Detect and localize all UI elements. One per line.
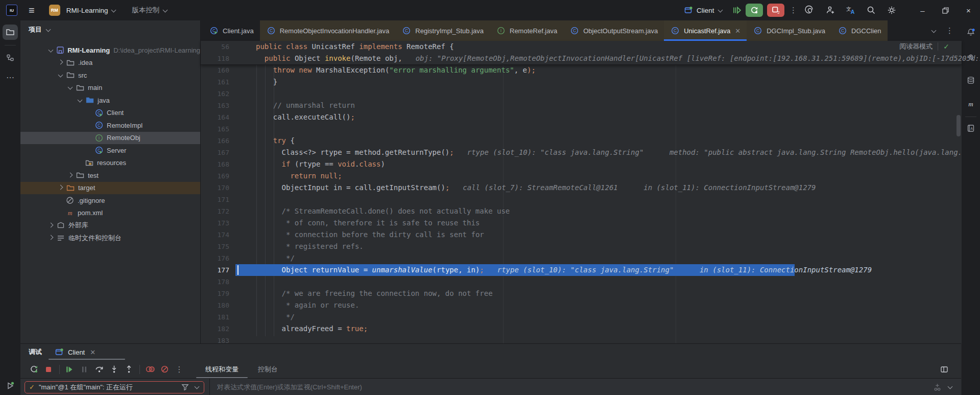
tree-item-main[interactable]: main [20, 82, 200, 95]
vcs-widget[interactable]: 版本控制 [128, 4, 172, 17]
close-button[interactable]: × [957, 0, 980, 20]
code-line-168[interactable]: 168 if (rtype == void.class) [201, 158, 962, 170]
thread-selector[interactable]: ✓ "main"@1 在组"main": 正在运行 [25, 381, 204, 393]
run-config-selector[interactable]: Client [679, 3, 727, 17]
more-actions-icon[interactable]: ⋮ [788, 5, 799, 15]
chevron-right-icon[interactable] [49, 235, 54, 240]
tree-item-server[interactable]: CServer [20, 144, 200, 157]
code-area[interactable]: 160 throw new MarshalException("error ma… [201, 64, 962, 343]
code-line-173[interactable]: 173 * of conn, therefore it is safe to r… [201, 217, 962, 229]
code-line-118[interactable]: 118 public Object invoke(Remote obj,obj:… [201, 53, 962, 64]
tree-item-java[interactable]: java [20, 94, 200, 107]
rerun-debug-icon[interactable] [29, 364, 39, 375]
editor-tab-remoterefjava[interactable]: IRemoteRef.java [490, 20, 563, 41]
code-line-180[interactable]: 180 * again or reuse. [201, 299, 962, 311]
chevron-right-icon[interactable] [58, 60, 63, 65]
chevron-right-icon[interactable] [49, 222, 54, 227]
close-session-icon[interactable]: ✕ [90, 348, 95, 356]
code-line-164[interactable]: 164 call.executeCall(); [201, 111, 962, 123]
tree-item-remoteimpl[interactable]: CRemoteImpl [20, 119, 200, 132]
code-line-56[interactable]: 56public class UnicastRef implements Rem… [201, 41, 962, 53]
pause-icon[interactable] [79, 364, 89, 375]
code-line-182[interactable]: 182 alreadyFreed = true; [201, 323, 962, 335]
code-line-177[interactable]: 177 Object returnValue = unmarshalValue(… [201, 264, 962, 276]
tree-item-remoteobj[interactable]: IRemoteObj [20, 132, 200, 145]
step-over-icon[interactable] [94, 364, 104, 375]
chevron-down-icon[interactable] [195, 384, 200, 389]
tree-item-src[interactable]: src [20, 69, 200, 82]
tree-item-test[interactable]: test [20, 169, 200, 182]
code-with-me-icon[interactable] [825, 5, 835, 15]
debug-tool-button[interactable] [3, 378, 18, 393]
maven-button[interactable]: m [963, 96, 978, 111]
tree-item-[interactable]: 外部库 [20, 219, 200, 232]
database-button[interactable] [963, 73, 978, 88]
documentation-button[interactable]: A [963, 121, 978, 136]
maximize-button[interactable] [934, 0, 957, 20]
step-into-icon[interactable] [109, 364, 119, 375]
main-menu-icon[interactable]: ≡ [29, 5, 35, 15]
tree-item-client[interactable]: CClient [20, 107, 200, 120]
more-tool-windows-button[interactable]: ⋯ [3, 69, 18, 85]
chevron-down-icon[interactable] [48, 47, 53, 52]
step-out-icon[interactable] [124, 364, 134, 375]
add-watch-icon[interactable] [932, 382, 942, 392]
code-line-171[interactable]: 171 [201, 194, 962, 205]
chevron-down-icon[interactable] [68, 85, 73, 90]
settings-icon[interactable] [887, 5, 897, 15]
editor-tab-objectoutputstreamjava[interactable]: CObjectOutputStream.java [563, 20, 664, 41]
tree-item-[interactable]: 临时文件和控制台 [20, 232, 200, 245]
code-line-179[interactable]: 179 /* we are freeing the connection now… [201, 288, 962, 299]
evaluate-expression-field[interactable]: 对表达式求值(Enter)或添加监视(Ctrl+Shift+Enter) [210, 379, 961, 395]
layout-settings-icon[interactable] [939, 364, 949, 375]
resume-icon[interactable] [64, 364, 75, 375]
code-line-174[interactable]: 174 * connection before the dirty call i… [201, 229, 962, 241]
editor-tab-dgcclien[interactable]: CDGCClien [831, 20, 888, 41]
code-line-160[interactable]: 160 throw new MarshalException("error ma… [201, 64, 962, 76]
hidden-tabs-chevron-icon[interactable] [931, 28, 937, 33]
editor-tab-unicastrefjava[interactable]: CUnicastRef.java✕ [664, 20, 747, 41]
ai-spiral-icon[interactable] [805, 5, 815, 15]
minimize-button[interactable]: – [911, 0, 934, 20]
reader-mode-link[interactable]: 阅读器模式 [899, 42, 933, 51]
tab-options-icon[interactable]: ⋮ [946, 26, 953, 35]
editor-tab-dgcimplstubjava[interactable]: CDGCImpl_Stub.java [747, 20, 831, 41]
chevron-right-icon[interactable] [58, 185, 63, 190]
resume-button[interactable] [731, 5, 742, 15]
debug-session-tab[interactable]: Client ✕ [54, 347, 95, 357]
stop-icon[interactable] [43, 364, 54, 375]
code-line-165[interactable]: 165 [201, 123, 962, 135]
project-selector[interactable]: RMI-Learning [62, 5, 121, 16]
tree-item-target[interactable]: target [20, 182, 200, 195]
code-line-175[interactable]: 175 * registered refs. [201, 241, 962, 252]
code-line-162[interactable]: 162 [201, 88, 962, 100]
filter-icon[interactable] [180, 382, 190, 392]
rerun-button[interactable] [746, 4, 763, 17]
code-line-181[interactable]: 181 */ [201, 311, 962, 323]
tree-item-rmilearning[interactable]: RMI-LearningD:\idea_project\RMI-Learning [20, 44, 200, 57]
code-line-167[interactable]: 167 Class<?> rtype = method.getReturnTyp… [201, 147, 962, 158]
translate-icon[interactable]: 文A [846, 5, 856, 15]
view-breakpoints-icon[interactable] [145, 364, 155, 375]
editor-tab-remoteobjectinvocationhandlerjava[interactable]: CRemoteObjectInvocationHandler.java [260, 20, 396, 41]
close-tab-icon[interactable]: ✕ [735, 27, 740, 35]
kebab-icon[interactable]: ⋮ [174, 364, 184, 375]
editor-tab-clientjava[interactable]: CClient.java [203, 20, 260, 41]
code-line-169[interactable]: 169 return null; [201, 170, 962, 182]
editor-tab-registryimplstubjava[interactable]: CRegistryImpl_Stub.java [395, 20, 490, 41]
inspections-ok-icon[interactable]: ✓ [943, 42, 949, 51]
code-line-176[interactable]: 176 */ [201, 252, 962, 264]
chevron-right-icon[interactable] [68, 172, 73, 177]
chevron-down-icon[interactable] [948, 384, 953, 389]
chevron-down-icon[interactable] [78, 97, 83, 102]
search-icon[interactable] [866, 5, 876, 15]
tree-item-resources[interactable]: resources [20, 157, 200, 170]
code-line-183[interactable]: 183 [201, 335, 962, 343]
vertical-scrollbar[interactable] [957, 115, 961, 136]
code-line-178[interactable]: 178 [201, 276, 962, 288]
code-line-170[interactable]: 170 ObjectInput in = call.getInputStream… [201, 182, 962, 194]
tree-item-idea[interactable]: .idea [20, 57, 200, 69]
view-tab-console[interactable]: 控制台 [255, 360, 281, 378]
project-tool-button[interactable] [3, 25, 18, 40]
project-panel-header[interactable]: 项目 [20, 20, 200, 39]
